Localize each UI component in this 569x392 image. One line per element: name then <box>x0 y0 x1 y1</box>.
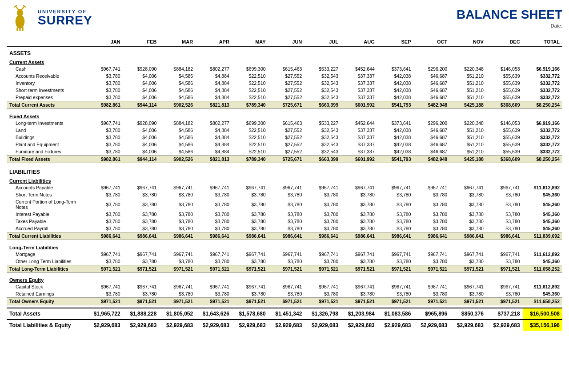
cell-value: $4,586 <box>159 127 196 134</box>
cell-value: $3,780 <box>377 218 414 225</box>
cell-value: $967,741 <box>413 283 450 290</box>
cell-value: $802,277 <box>196 120 232 127</box>
cell-value: $3,780 <box>87 127 123 134</box>
row-label: Total Assets <box>7 308 87 320</box>
cell-value: $27,552 <box>268 72 305 80</box>
svg-rect-9 <box>19 27 20 31</box>
cell-value: $32,543 <box>305 141 341 148</box>
cell-value: $3,780 <box>232 191 268 198</box>
cell-value: $4,006 <box>123 148 160 156</box>
deer-logo-icon <box>7 4 33 31</box>
cell-value: $971,521 <box>268 265 305 272</box>
cell-value: $967,741 <box>268 251 305 258</box>
cell-value: $3,780 <box>123 218 160 225</box>
cell-value: $332,772 <box>523 148 562 156</box>
cell-value: $296,200 <box>413 120 450 127</box>
cell-value: $37,337 <box>341 148 377 156</box>
cell-value: $3,780 <box>87 218 123 225</box>
cell-value: $22,510 <box>232 148 268 156</box>
cell-value: $27,552 <box>268 141 305 148</box>
table-row: Total Fixed Assets$982,861$944,114$902,5… <box>7 155 562 163</box>
cell-value: $146,053 <box>486 65 523 72</box>
page: UNIVERSITY OF SURREY BALANCE SHEET Date:… <box>0 0 569 392</box>
cell-value: $821,813 <box>196 101 232 109</box>
table-row: Capital Stock$967,741$967,741$967,741$96… <box>7 283 562 290</box>
cell-value: $986,641 <box>159 232 196 240</box>
cell-value: $699,300 <box>232 120 268 127</box>
cell-value: $32,543 <box>305 72 341 80</box>
cell-value: $967,741 <box>196 251 232 258</box>
cell-value: $971,521 <box>450 298 486 305</box>
table-row: Interest Payable$3,780$3,780$3,780$3,780… <box>7 211 562 218</box>
cell-value: $3,780 <box>87 141 123 148</box>
cell-value: $3,780 <box>232 218 268 225</box>
table-row: Current Portion of Long-Term Notes$3,780… <box>7 198 562 211</box>
cell-value: $967,741 <box>341 184 377 191</box>
cell-value: $3,780 <box>87 225 123 232</box>
cell-value: $3,780 <box>87 134 123 141</box>
title-area: BALANCE SHEET Date: <box>457 8 562 28</box>
cell-value: $1,965,722 <box>87 308 123 320</box>
cell-value: $3,780 <box>159 191 196 198</box>
cell-value: $42,038 <box>377 72 414 80</box>
cell-value: $967,741 <box>268 184 305 191</box>
cell-value: $928,090 <box>123 120 160 127</box>
table-row: Taxes Payable$3,780$3,780$3,780$3,780$3,… <box>7 218 562 225</box>
cell-value: $965,896 <box>413 308 450 320</box>
cell-value: $902,526 <box>159 155 196 163</box>
cell-value: $4,006 <box>123 80 160 87</box>
cell-value: $51,210 <box>450 72 486 80</box>
cell-value: $27,552 <box>268 127 305 134</box>
table-row: Mortgage$967,741$967,741$967,741$967,741… <box>7 251 562 258</box>
cell-value: $32,543 <box>305 87 341 94</box>
cell-value: $986,641 <box>486 232 523 240</box>
cell-value: $51,210 <box>450 134 486 141</box>
cell-value: $967,741 <box>305 251 341 258</box>
cell-value: $42,038 <box>377 134 414 141</box>
cell-value: $332,772 <box>523 141 562 148</box>
cell-value: $971,521 <box>232 298 268 305</box>
cell-value: $884,182 <box>159 120 196 127</box>
table-row: Total Assets$1,965,722$1,888,228$1,805,0… <box>7 308 562 320</box>
cell-value: $3,780 <box>159 225 196 232</box>
cell-value: $3,780 <box>232 225 268 232</box>
row-label: Short-term Investments <box>7 87 87 94</box>
cell-value: $46,687 <box>413 134 450 141</box>
cell-value: $967,741 <box>87 120 123 127</box>
cell-value: $3,780 <box>486 290 523 298</box>
date-label: Date: <box>457 23 562 28</box>
row-label: Prepaid expenses <box>7 94 87 101</box>
row-label: Total Current Assets <box>7 101 87 109</box>
table-row: Retained Earnings$3,780$3,780$3,780$3,78… <box>7 290 562 298</box>
cell-value: $3,780 <box>87 148 123 156</box>
cell-value: $3,780 <box>377 225 414 232</box>
row-label: Long-term Investments <box>7 120 87 127</box>
table-row: Short-term Investments$3,780$4,006$4,586… <box>7 87 562 94</box>
cell-value: $615,463 <box>268 120 305 127</box>
cell-value: $3,780 <box>87 87 123 94</box>
table-row: Accrued Payroll$3,780$3,780$3,780$3,780$… <box>7 225 562 232</box>
cell-value: $2,929,683 <box>123 320 160 331</box>
cell-value: $35,156,196 <box>523 320 562 331</box>
cell-value: $3,780 <box>413 191 450 198</box>
cell-value: $971,521 <box>159 298 196 305</box>
cell-value: $55,639 <box>486 127 523 134</box>
cell-value: $971,521 <box>486 265 523 272</box>
cell-value: $55,639 <box>486 141 523 148</box>
logo-area: UNIVERSITY OF SURREY <box>7 4 92 31</box>
cell-value: $967,741 <box>87 283 123 290</box>
cell-value: $986,641 <box>413 232 450 240</box>
cell-value: $46,687 <box>413 148 450 156</box>
cell-value: $3,780 <box>87 290 123 298</box>
cell-value: $3,780 <box>196 290 232 298</box>
cell-value: $4,884 <box>196 87 232 94</box>
cell-value: $46,687 <box>413 87 450 94</box>
cell-value: $971,521 <box>413 298 450 305</box>
col-total: TOTAL <box>523 38 562 46</box>
cell-value: $884,182 <box>159 65 196 72</box>
cell-value: $967,741 <box>377 283 414 290</box>
cell-value: $986,641 <box>377 232 414 240</box>
col-label <box>7 38 87 46</box>
cell-value: $3,780 <box>486 198 523 211</box>
cell-value: $3,780 <box>305 211 341 218</box>
